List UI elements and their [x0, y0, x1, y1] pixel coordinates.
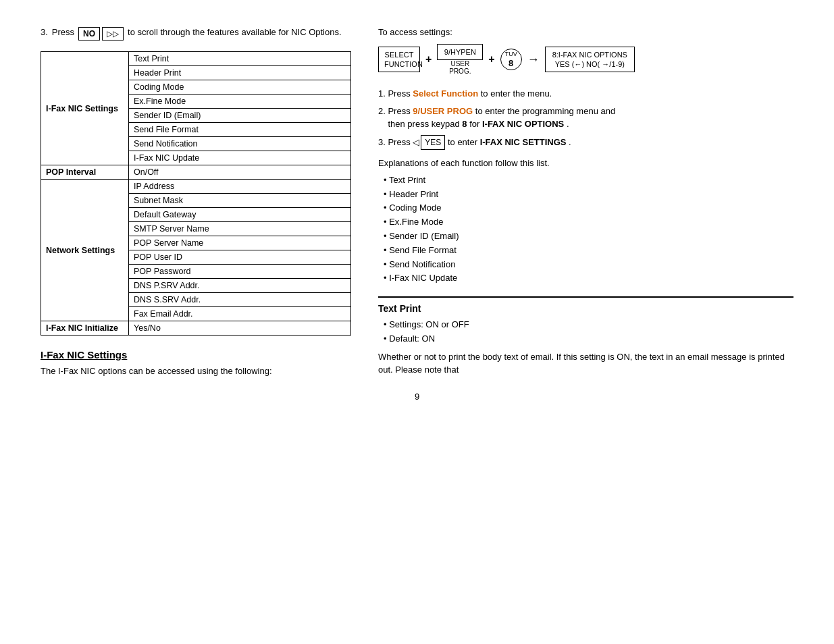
table-row: I-Fax NIC Initialize Yes/No — [41, 321, 351, 336]
table-cell: POP Password — [129, 265, 351, 279]
step3-period: . — [569, 137, 571, 147]
plus2: + — [488, 53, 494, 65]
step2-period: . — [567, 119, 569, 129]
table-row: Network Settings IP Address — [41, 180, 351, 194]
table-cell: Fax Email Addr. — [129, 307, 351, 321]
list-item: Send File Format — [384, 244, 793, 258]
table-cell: Text Print — [129, 52, 351, 66]
table-row: I-Fax NIC Settings Text Print — [41, 52, 351, 66]
step3-right-num: 3. Press — [378, 137, 413, 147]
list-item: Default: ON — [384, 332, 793, 346]
list-item: 3. Press ◁ YES to enter I-FAX NIC SETTIN… — [378, 135, 793, 150]
press-button-group: NO ▷▷ — [78, 27, 124, 41]
arrow-button: ▷▷ — [102, 27, 124, 41]
list-item: Ex.Fine Mode — [384, 215, 793, 230]
page-number: 9 — [41, 392, 793, 402]
table-cell: DNS S.SRV Addr. — [129, 293, 351, 307]
step1-num: 1. Press — [378, 88, 413, 99]
list-item: Text Print — [384, 173, 793, 188]
step1-highlight: Select Function — [413, 88, 478, 99]
circle-num: 8 — [505, 58, 517, 69]
step3-text: to scroll through the features available… — [128, 27, 342, 37]
ifax-nic-settings-header: I-Fax NIC Settings — [41, 52, 129, 165]
text-print-desc: Whether or not to print the body text of… — [378, 350, 793, 377]
table-cell: SMTP Server Name — [129, 222, 351, 236]
table-row: POP Interval On/Off — [41, 165, 351, 180]
step2-num: 2. Press — [378, 106, 413, 116]
circle-8: TUV 8 — [500, 49, 522, 70]
feature-bullets: Text Print Header Print Coding Mode Ex.F… — [384, 173, 793, 286]
options-line1: 8:I-FAX NIC OPTIONS — [552, 50, 627, 59]
ifax-nic-init-header: I-Fax NIC Initialize — [41, 321, 129, 336]
select-func-line1: SELECT — [385, 51, 414, 59]
diagram: SELECT FUNCTION + 9/HYPEN USER PROG. + T… — [378, 44, 793, 75]
text-print-section: Text Print Settings: ON or OFF Default: … — [378, 296, 793, 377]
step2-bold-8: 8 — [462, 119, 467, 129]
table-cell: I-Fax NIC Update — [129, 151, 351, 165]
section-heading: I-Fax NIC Settings — [41, 349, 351, 360]
small-arrow-left: ◁ — [413, 136, 419, 149]
network-settings-header: Network Settings — [41, 180, 129, 321]
table-cell: Yes/No — [129, 321, 351, 336]
list-item: Settings: ON or OFF — [384, 318, 793, 332]
list-item: 1. Press Select Function to enter the me… — [378, 87, 793, 101]
step2-bold-options: I-FAX NIC OPTIONS — [482, 119, 564, 129]
table-cell: DNS P.SRV Addr. — [129, 279, 351, 293]
section-desc: The I-Fax NIC options can be accessed us… — [41, 365, 351, 378]
hypen-user: USER — [450, 60, 469, 68]
select-func-line2: FUNCTION — [384, 60, 423, 68]
list-item: Coding Mode — [384, 201, 793, 215]
hypen-top: 9/HYPEN — [444, 48, 476, 56]
text-print-title: Text Print — [378, 303, 793, 314]
table-cell: POP User ID — [129, 250, 351, 265]
hypen-box: 9/HYPEN — [437, 44, 483, 60]
table-cell: Header Print — [129, 66, 351, 80]
plus1: + — [425, 53, 432, 65]
step3-instruction: 3. Press NO ▷▷ to scroll through the fea… — [41, 27, 351, 41]
step2-for: for — [469, 119, 482, 129]
table-cell: Coding Mode — [129, 80, 351, 95]
table-cell: Send File Format — [129, 123, 351, 137]
step1-text: to enter the menu. — [481, 88, 552, 99]
list-item: I-Fax NIC Update — [384, 271, 793, 286]
yes-btn: YES — [421, 135, 445, 150]
table-cell: On/Off — [129, 165, 351, 180]
access-title: To access settings: — [378, 27, 793, 37]
table-cell: POP Server Name — [129, 236, 351, 250]
text-print-bullets: Settings: ON or OFF Default: ON — [384, 318, 793, 346]
no-button: NO — [78, 27, 100, 41]
list-item: Header Print — [384, 188, 793, 202]
table-cell: IP Address — [129, 180, 351, 194]
step3-number: 3. — [41, 27, 48, 37]
step3-bold: I-FAX NIC SETTINGS — [480, 137, 567, 147]
steps-list: 1. Press Select Function to enter the me… — [378, 87, 793, 150]
yes-button-inline: ◁ YES — [413, 135, 445, 150]
table-cell: Subnet Mask — [129, 194, 351, 208]
table-cell: Ex.Fine Mode — [129, 95, 351, 109]
expl-intro: Explanations of each function follow thi… — [378, 158, 793, 168]
list-item: Send Notification — [384, 258, 793, 272]
list-item: Sender ID (Email) — [384, 230, 793, 244]
pop-interval-header: POP Interval — [41, 165, 129, 180]
select-function-box: SELECT FUNCTION — [378, 47, 420, 73]
table-cell: Default Gateway — [129, 208, 351, 222]
step2-highlight: 9/USER PROG — [413, 106, 473, 116]
table-cell: Send Notification — [129, 137, 351, 151]
nic-settings-table: I-Fax NIC Settings Text Print Header Pri… — [41, 51, 351, 336]
table-cell: Sender ID (Email) — [129, 109, 351, 123]
hypen-box-container: 9/HYPEN USER PROG. — [437, 44, 483, 75]
circle-tuv: TUV — [505, 51, 517, 58]
options-line2: YES (←) NO( →/1-9) — [552, 59, 627, 69]
diagram-arrow: → — [527, 53, 540, 67]
step3-right-text: to enter — [448, 137, 480, 147]
hypen-prog: PROG. — [449, 68, 471, 75]
list-item: 2. Press 9/USER PROG to enter the progra… — [378, 105, 793, 131]
options-box: 8:I-FAX NIC OPTIONS YES (←) NO( →/1-9) — [545, 47, 635, 73]
step3-press: Press — [52, 27, 74, 37]
